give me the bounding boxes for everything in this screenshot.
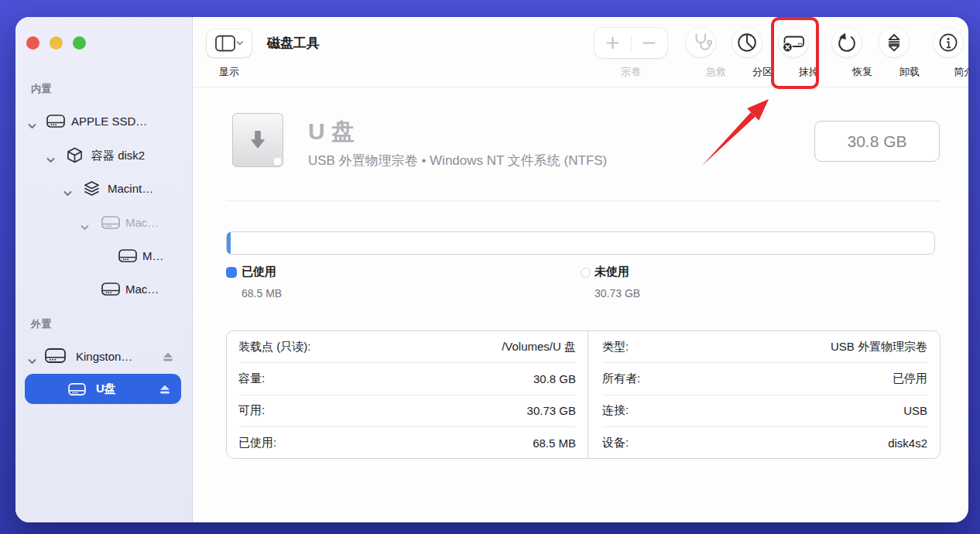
detail-row-connection: 连接: USB bbox=[602, 395, 927, 427]
sidebar-toggle-icon bbox=[215, 35, 243, 52]
container-cube-icon bbox=[67, 147, 83, 166]
first-aid-button[interactable] bbox=[686, 28, 715, 57]
volume-add-remove-buttons[interactable] bbox=[595, 28, 667, 58]
unused-legend-swatch bbox=[581, 268, 591, 278]
chevron-down-icon[interactable] bbox=[81, 220, 89, 234]
sidebar-item-macintosh-group[interactable]: Macint… bbox=[15, 180, 192, 198]
detail-row-device: 设备: disk4s2 bbox=[602, 427, 927, 458]
disk-icon bbox=[101, 282, 120, 300]
sidebar-item-container-disk2[interactable]: 容器 disk2 bbox=[15, 146, 192, 165]
detail-row-used: 已使用: 68.5 MB bbox=[238, 427, 576, 458]
detail-row-owner: 所有者: 已停用 bbox=[602, 363, 927, 395]
sidebar-item-label: Mac… bbox=[125, 216, 159, 229]
capacity-badge: 30.8 GB bbox=[814, 121, 940, 162]
disk-icon bbox=[68, 382, 86, 399]
detail-value: /Volumes/U 盘 bbox=[502, 340, 576, 354]
first-aid-button-label: 急救 bbox=[691, 65, 741, 79]
stethoscope-icon bbox=[689, 31, 712, 54]
window-title: 磁盘工具 bbox=[267, 34, 320, 52]
disk-icon bbox=[118, 248, 137, 266]
disk-utility-window: 内置 APPLE SSD… 容器 disk2 Macint… Mac… bbox=[15, 17, 968, 522]
sidebar-item-label: APPLE SSD… bbox=[71, 115, 147, 128]
detail-value: 68.5 MB bbox=[533, 436, 576, 450]
toolbar-divider bbox=[192, 87, 968, 87]
eject-icon[interactable] bbox=[163, 351, 173, 365]
detail-value: 30.8 GB bbox=[533, 372, 576, 385]
detail-label: 容量: bbox=[238, 371, 265, 386]
details-left-column: 装载点 (只读): /Volumes/U 盘 容量: 30.8 GB 可用: 3… bbox=[227, 331, 588, 458]
used-legend-value: 68.5 MB bbox=[242, 287, 282, 300]
detail-row-mount-point: 装载点 (只读): /Volumes/U 盘 bbox=[238, 331, 576, 363]
unmount-button[interactable] bbox=[879, 28, 909, 57]
sidebar-item-kingston[interactable]: Kingston… bbox=[15, 347, 192, 366]
detail-label: 连接: bbox=[602, 403, 629, 418]
usage-bar-used-segment bbox=[227, 232, 231, 254]
minimize-window-button[interactable] bbox=[50, 36, 63, 50]
device-subtitle: USB 外置物理宗卷 • Windows NT 文件系统 (NTFS) bbox=[308, 152, 607, 169]
removable-drive-icon bbox=[232, 113, 283, 167]
detail-label: 设备: bbox=[602, 436, 629, 450]
disk-icon bbox=[45, 347, 66, 367]
detail-value: 30.73 GB bbox=[527, 404, 576, 417]
restore-button[interactable] bbox=[832, 28, 862, 57]
sidebar-item-label: M… bbox=[142, 249, 164, 262]
drive-icon-notch bbox=[274, 158, 281, 165]
pie-chart-icon bbox=[736, 32, 758, 53]
disk-icon bbox=[46, 114, 65, 132]
detail-label: 所有者: bbox=[602, 371, 640, 386]
eject-stack-icon bbox=[883, 32, 905, 53]
down-arrow-icon bbox=[248, 128, 268, 152]
sidebar-item-label: U盘 bbox=[96, 382, 116, 396]
info-button-label: 简介 bbox=[939, 65, 968, 79]
used-legend-swatch bbox=[226, 267, 237, 278]
chevron-down-icon[interactable] bbox=[46, 152, 55, 166]
detail-row-available: 可用: 30.73 GB bbox=[238, 395, 576, 427]
sidebar-item-mac-volume-dimmed[interactable]: Mac… bbox=[15, 214, 192, 232]
info-circle-icon bbox=[937, 32, 959, 53]
usage-bar bbox=[226, 231, 935, 255]
detail-label: 装载点 (只读): bbox=[238, 340, 310, 354]
sidebar-item-label: 容器 disk2 bbox=[91, 149, 145, 163]
partition-button[interactable] bbox=[732, 28, 762, 57]
sidebar-item-apple-ssd[interactable]: APPLE SSD… bbox=[15, 112, 192, 131]
unused-legend-value: 30.73 GB bbox=[595, 287, 640, 300]
chevron-down-icon[interactable] bbox=[28, 354, 36, 368]
counterclockwise-arrow-icon bbox=[836, 32, 858, 53]
detail-label: 可用: bbox=[238, 403, 265, 418]
volume-button-label: 宗卷 bbox=[606, 65, 656, 79]
detail-row-capacity: 容量: 30.8 GB bbox=[238, 363, 576, 395]
chevron-down-icon[interactable] bbox=[28, 118, 36, 132]
details-right-column: 类型: USB 外置物理宗卷 所有者: 已停用 连接: USB 设备: disk… bbox=[588, 331, 940, 458]
screenshot-stage: 内置 APPLE SSD… 容器 disk2 Macint… Mac… bbox=[0, 0, 980, 534]
sidebar-item-usb-drive-selected[interactable]: U盘 bbox=[25, 374, 181, 404]
info-button[interactable] bbox=[934, 28, 963, 57]
eject-icon[interactable] bbox=[159, 384, 170, 398]
sidebar-item-label: Mac… bbox=[125, 282, 159, 296]
sidebar-item-label: Macint… bbox=[108, 182, 153, 195]
disk-icon bbox=[101, 215, 120, 233]
device-title: U 盘 bbox=[308, 116, 355, 148]
used-legend-label: 已使用 bbox=[242, 265, 276, 279]
header-divider bbox=[226, 200, 941, 201]
restore-button-label: 恢复 bbox=[838, 65, 887, 79]
plus-icon bbox=[606, 36, 619, 50]
detail-label: 类型: bbox=[602, 340, 629, 354]
detail-value: USB 外置物理宗卷 bbox=[831, 340, 927, 354]
remove-volume-button[interactable] bbox=[632, 28, 668, 58]
annotation-highlight-box bbox=[771, 17, 819, 89]
zoom-window-button[interactable] bbox=[73, 36, 86, 50]
sidebar-item-mac-data-volume[interactable]: Mac… bbox=[15, 280, 192, 299]
sidebar-section-internal: 内置 bbox=[31, 82, 51, 96]
add-volume-button[interactable] bbox=[595, 28, 631, 58]
volume-layers-icon bbox=[84, 180, 100, 200]
minus-icon bbox=[642, 36, 656, 50]
detail-value: USB bbox=[903, 404, 927, 417]
chevron-down-icon[interactable] bbox=[63, 186, 72, 200]
sidebar-item-label: Kingston… bbox=[76, 350, 132, 363]
unused-legend-label: 未使用 bbox=[595, 265, 629, 279]
show-button-label: 显示 bbox=[204, 65, 254, 79]
sidebar-section-external: 外置 bbox=[31, 317, 51, 331]
close-window-button[interactable] bbox=[26, 36, 39, 50]
sidebar-item-m-snapshot[interactable]: M… bbox=[15, 247, 192, 265]
show-view-button[interactable] bbox=[207, 29, 252, 57]
